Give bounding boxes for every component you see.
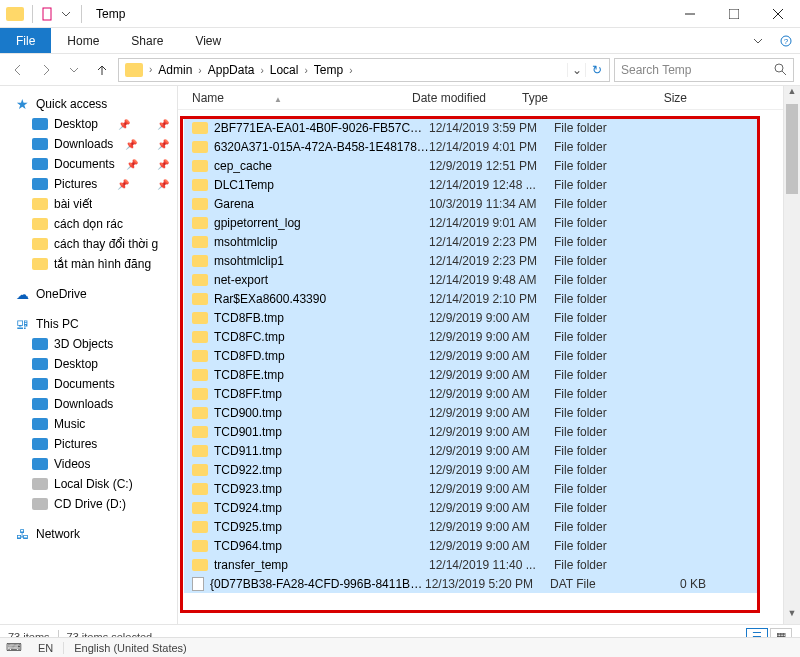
back-button[interactable] (6, 58, 30, 82)
scroll-down-button[interactable]: ▼ (784, 608, 800, 624)
file-row[interactable]: {0D77BB38-FA28-4CFD-996B-8411B5DF70...12… (184, 574, 757, 593)
sidebar-this-pc[interactable]: 🖳This PC (0, 314, 177, 334)
file-row[interactable]: DLC1Temp12/14/2019 12:48 ...File folder (184, 175, 757, 194)
address-dropdown-button[interactable]: ⌄ (567, 63, 585, 77)
file-row[interactable]: msohtmlclip112/14/2019 2:23 PMFile folde… (184, 251, 757, 270)
address-bar[interactable]: › Admin›AppData›Local›Temp› ⌄ ↻ (118, 58, 610, 82)
sidebar-item[interactable]: Downloads (0, 394, 177, 414)
sidebar-item[interactable]: Videos (0, 454, 177, 474)
up-button[interactable] (90, 58, 114, 82)
scroll-thumb[interactable] (786, 104, 798, 194)
sidebar-item[interactable]: bài viết (0, 194, 177, 214)
file-name: TCD8FE.tmp (214, 368, 429, 382)
sidebar-item[interactable]: Documents (0, 374, 177, 394)
sidebar-network[interactable]: 🖧Network (0, 524, 177, 544)
qat-file-icon[interactable] (41, 7, 55, 21)
forward-button[interactable] (34, 58, 58, 82)
file-date: 10/3/2019 11:34 AM (429, 197, 554, 211)
breadcrumb-segment[interactable]: AppData (204, 63, 259, 77)
file-row[interactable]: net-export12/14/2019 9:48 AMFile folder (184, 270, 757, 289)
breadcrumb-segment[interactable]: Local (266, 63, 303, 77)
file-row[interactable]: TCD8FB.tmp12/9/2019 9:00 AMFile folder (184, 308, 757, 327)
file-row[interactable]: gpipetorrent_log12/14/2019 9:01 AMFile f… (184, 213, 757, 232)
refresh-button[interactable]: ↻ (585, 63, 607, 77)
column-type[interactable]: Type (522, 91, 617, 105)
sidebar-item[interactable]: Downloads📌📌 (0, 134, 177, 154)
help-button[interactable]: ? (772, 28, 800, 53)
chevron-right-icon[interactable]: › (196, 65, 203, 76)
file-row[interactable]: TCD922.tmp12/9/2019 9:00 AMFile folder (184, 460, 757, 479)
file-row[interactable]: TCD901.tmp12/9/2019 9:00 AMFile folder (184, 422, 757, 441)
language-code[interactable]: EN (28, 642, 64, 654)
tab-view[interactable]: View (179, 28, 237, 53)
close-button[interactable] (756, 0, 800, 28)
folder-icon (192, 350, 208, 362)
file-row[interactable]: TCD8FE.tmp12/9/2019 9:00 AMFile folder (184, 365, 757, 384)
column-headers: Name▲ Date modified Type Size (178, 86, 783, 110)
sidebar-item[interactable]: Desktop📌📌 (0, 114, 177, 134)
folder-icon (32, 158, 48, 170)
ribbon-expand-button[interactable] (744, 28, 772, 53)
maximize-button[interactable] (712, 0, 756, 28)
folder-icon (192, 540, 208, 552)
file-row[interactable]: transfer_temp12/14/2019 11:40 ...File fo… (184, 555, 757, 574)
breadcrumb-segment[interactable]: Temp (310, 63, 347, 77)
file-date: 12/9/2019 9:00 AM (429, 425, 554, 439)
file-row[interactable]: TCD911.tmp12/9/2019 9:00 AMFile folder (184, 441, 757, 460)
file-row[interactable]: TCD925.tmp12/9/2019 9:00 AMFile folder (184, 517, 757, 536)
file-row[interactable]: cep_cache12/9/2019 12:51 PMFile folder (184, 156, 757, 175)
sidebar-item[interactable]: Pictures📌📌 (0, 174, 177, 194)
file-row[interactable]: Rar$EXa8600.4339012/14/2019 2:10 PMFile … (184, 289, 757, 308)
chevron-right-icon[interactable]: › (347, 65, 354, 76)
folder-icon (192, 388, 208, 400)
chevron-right-icon[interactable]: › (258, 65, 265, 76)
file-name: 2BF771EA-EA01-4B0F-9026-FB57CBE29960 (214, 121, 429, 135)
tab-home[interactable]: Home (51, 28, 115, 53)
tab-file[interactable]: File (0, 28, 51, 53)
file-row[interactable]: msohtmlclip12/14/2019 2:23 PMFile folder (184, 232, 757, 251)
sidebar-item[interactable]: Desktop (0, 354, 177, 374)
sidebar-item[interactable]: CD Drive (D:) (0, 494, 177, 514)
file-row[interactable]: TCD8FD.tmp12/9/2019 9:00 AMFile folder (184, 346, 757, 365)
folder-icon (192, 312, 208, 324)
file-row[interactable]: TCD924.tmp12/9/2019 9:00 AMFile folder (184, 498, 757, 517)
vertical-scrollbar[interactable]: ▲ ▼ (783, 86, 800, 624)
sidebar-item[interactable]: Pictures (0, 434, 177, 454)
column-name[interactable]: Name▲ (192, 91, 412, 105)
sidebar-item[interactable]: Music (0, 414, 177, 434)
sidebar-onedrive[interactable]: ☁OneDrive (0, 284, 177, 304)
file-date: 12/9/2019 9:00 AM (429, 406, 554, 420)
breadcrumb-segment[interactable]: Admin (154, 63, 196, 77)
file-row[interactable]: 2BF771EA-EA01-4B0F-9026-FB57CBE2996012/1… (184, 118, 757, 137)
file-row[interactable]: TCD923.tmp12/9/2019 9:00 AMFile folder (184, 479, 757, 498)
search-input[interactable]: Search Temp (614, 58, 794, 82)
file-row[interactable]: 6320A371-015A-472A-B458-1E481783981612/1… (184, 137, 757, 156)
chevron-right-icon[interactable]: › (147, 64, 154, 75)
pin-icon: 📌 (118, 119, 130, 130)
scroll-up-button[interactable]: ▲ (784, 86, 800, 102)
file-row[interactable]: Garena10/3/2019 11:34 AMFile folder (184, 194, 757, 213)
ribbon: File Home Share View ? (0, 28, 800, 54)
sidebar-item[interactable]: Documents📌📌 (0, 154, 177, 174)
sidebar-item[interactable]: cách thay đổi thời g (0, 234, 177, 254)
sidebar-quick-access[interactable]: ★Quick access (0, 94, 177, 114)
file-row[interactable]: TCD900.tmp12/9/2019 9:00 AMFile folder (184, 403, 757, 422)
sidebar-item[interactable]: Local Disk (C:) (0, 474, 177, 494)
sidebar-item[interactable]: tắt màn hình đăng (0, 254, 177, 274)
file-row[interactable]: TCD8FF.tmp12/9/2019 9:00 AMFile folder (184, 384, 757, 403)
column-size[interactable]: Size (617, 91, 687, 105)
minimize-button[interactable] (668, 0, 712, 28)
qat-chevron-icon[interactable] (59, 7, 73, 21)
file-date: 12/9/2019 12:51 PM (429, 159, 554, 173)
file-row[interactable]: TCD964.tmp12/9/2019 9:00 AMFile folder (184, 536, 757, 555)
language-name[interactable]: English (United States) (64, 642, 197, 654)
keyboard-icon[interactable]: ⌨ (0, 641, 28, 654)
chevron-right-icon[interactable]: › (302, 65, 309, 76)
tab-share[interactable]: Share (115, 28, 179, 53)
sidebar-item[interactable]: cách dọn rác (0, 214, 177, 234)
file-row[interactable]: TCD8FC.tmp12/9/2019 9:00 AMFile folder (184, 327, 757, 346)
file-type: File folder (554, 444, 654, 458)
recent-locations-button[interactable] (62, 58, 86, 82)
sidebar-item[interactable]: 3D Objects (0, 334, 177, 354)
column-date[interactable]: Date modified (412, 91, 522, 105)
